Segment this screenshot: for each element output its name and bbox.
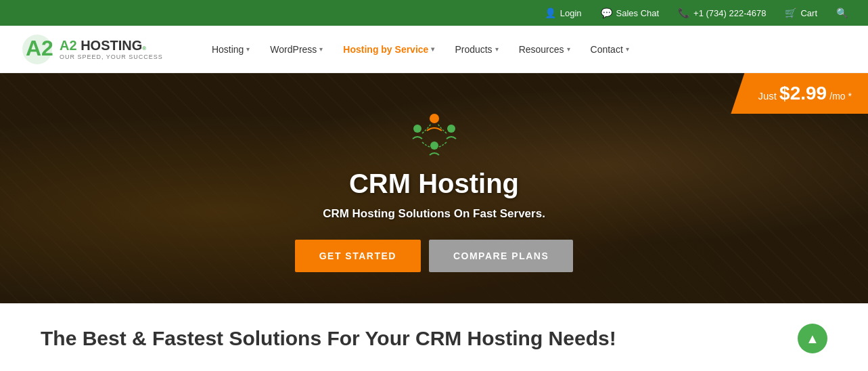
svg-point-3 xyxy=(413,125,421,133)
nav-resources-label: Resources xyxy=(519,44,564,55)
cart-link[interactable]: 🛒 Cart xyxy=(785,7,817,18)
nav-item-resources[interactable]: Resources ▾ xyxy=(511,39,578,60)
main-nav: Hosting ▾ WordPress ▾ Hosting by Service… xyxy=(204,39,848,60)
nav-item-wordpress[interactable]: WordPress ▾ xyxy=(262,39,331,60)
nav-item-products[interactable]: Products ▾ xyxy=(447,39,506,60)
chat-link[interactable]: 💬 Sales Chat xyxy=(601,7,660,18)
login-label: Login xyxy=(560,8,582,18)
nav-item-hosting[interactable]: Hosting ▾ xyxy=(204,39,258,60)
hero-buttons: GET STARTED COMPARE PLANS xyxy=(295,240,574,272)
logo-text: A2 HOSTING® OUR SPEED, YOUR SUCCESS xyxy=(60,37,163,61)
phone-icon: 📞 xyxy=(678,7,689,18)
bottom-section: The Best & Fastest Solutions For Your CR… xyxy=(0,303,868,371)
hero-title: CRM Hosting xyxy=(349,169,519,199)
chat-label: Sales Chat xyxy=(616,8,660,18)
chevron-down-icon: ▾ xyxy=(626,45,629,53)
cart-icon: 🛒 xyxy=(785,7,796,18)
logo-svg: A2 xyxy=(20,32,54,66)
chevron-up-icon: ▲ xyxy=(806,331,819,347)
svg-point-5 xyxy=(430,141,438,150)
search-button[interactable]: 🔍 xyxy=(836,7,848,18)
nav-contact-label: Contact xyxy=(591,44,623,55)
chat-icon: 💬 xyxy=(601,7,612,18)
nav-hosting-by-service-label: Hosting by Service xyxy=(343,44,428,55)
hero-section: Just $2.99 /mo * xyxy=(0,73,868,303)
chevron-down-icon: ▾ xyxy=(567,45,570,53)
nav-products-label: Products xyxy=(455,44,492,55)
logo-tagline: OUR SPEED, YOUR SUCCESS xyxy=(60,53,163,61)
nav-item-hosting-by-service[interactable]: Hosting by Service ▾ xyxy=(335,39,442,60)
svg-point-4 xyxy=(447,125,455,133)
scroll-up-button[interactable]: ▲ xyxy=(798,324,827,353)
chevron-down-icon: ▾ xyxy=(495,45,499,53)
cart-label: Cart xyxy=(800,8,817,18)
hero-content: CRM Hosting CRM Hosting Solutions On Fas… xyxy=(0,73,868,303)
nav-hosting-label: Hosting xyxy=(212,44,244,55)
user-icon: 👤 xyxy=(545,7,556,18)
nav-wordpress-label: WordPress xyxy=(270,44,317,55)
nav-bar: A2 A2 HOSTING® OUR SPEED, YOUR SUCCESS H… xyxy=(0,26,868,73)
crm-icon-area xyxy=(407,105,461,162)
top-bar: 👤 Login 💬 Sales Chat 📞 +1 (734) 222-4678… xyxy=(0,0,868,26)
search-icon: 🔍 xyxy=(836,7,848,18)
logo-brand: A2 HOSTING® xyxy=(60,37,163,53)
compare-plans-button[interactable]: COMPARE PLANS xyxy=(429,240,573,272)
hero-subtitle: CRM Hosting Solutions On Fast Servers. xyxy=(323,207,545,221)
chevron-down-icon: ▾ xyxy=(431,45,434,53)
chevron-down-icon: ▾ xyxy=(319,45,323,53)
svg-text:A2: A2 xyxy=(26,36,53,60)
svg-point-2 xyxy=(430,114,439,123)
get-started-button[interactable]: GET STARTED xyxy=(295,240,421,272)
chevron-down-icon: ▾ xyxy=(246,45,250,53)
bottom-heading: The Best & Fastest Solutions For Your CR… xyxy=(41,327,616,350)
login-link[interactable]: 👤 Login xyxy=(545,7,582,18)
logo[interactable]: A2 A2 HOSTING® OUR SPEED, YOUR SUCCESS xyxy=(20,32,163,66)
phone-link[interactable]: 📞 +1 (734) 222-4678 xyxy=(678,7,766,18)
crm-people-icon xyxy=(407,105,461,159)
nav-item-contact[interactable]: Contact ▾ xyxy=(583,39,637,60)
phone-label: +1 (734) 222-4678 xyxy=(693,8,766,18)
